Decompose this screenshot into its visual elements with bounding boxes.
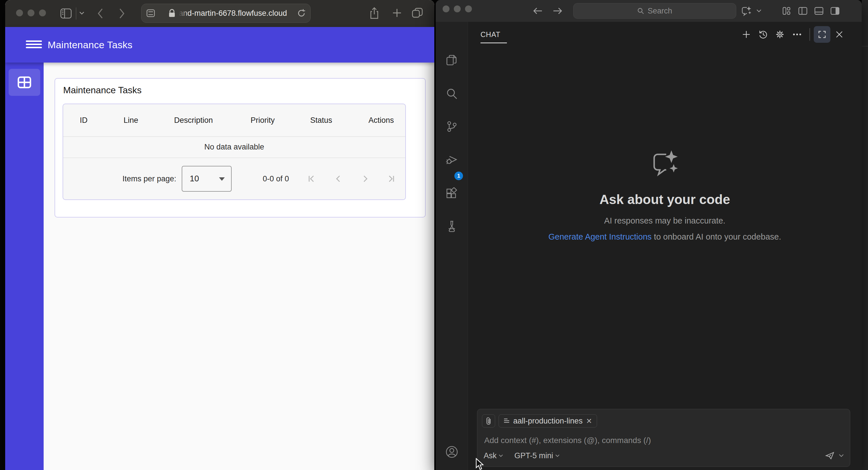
close-panel-icon[interactable]: [835, 30, 843, 38]
extensions-icon[interactable]: [446, 187, 458, 199]
traffic-light-zoom[interactable]: [465, 5, 472, 12]
traffic-light-close[interactable]: [443, 5, 450, 12]
app-sidebar-rail: [5, 63, 43, 470]
empty-table-message: No data available: [63, 136, 405, 157]
background-window-divider: [862, 46, 868, 46]
traffic-light-minimize[interactable]: [28, 9, 34, 17]
back-button[interactable]: [97, 8, 104, 19]
forward-button[interactable]: [118, 8, 125, 19]
send-options-chevron-icon[interactable]: [839, 454, 844, 457]
context-chip-row: aall-production-lines ✕: [482, 414, 597, 428]
tab-overview-icon[interactable]: [412, 7, 423, 19]
chat-sparkle-icon: [649, 148, 681, 180]
source-control-icon[interactable]: [446, 121, 458, 132]
page-size-value: 10: [190, 174, 199, 183]
card-title: Maintenance Tasks: [63, 85, 142, 96]
list-icon: [503, 418, 510, 424]
url-left-fade: [179, 7, 189, 19]
column-header-line[interactable]: Line: [123, 104, 138, 136]
mouse-cursor: [475, 458, 485, 470]
remove-context-icon[interactable]: ✕: [586, 417, 592, 425]
toggle-secondary-sidebar-icon[interactable]: [830, 7, 840, 15]
empty-state-title: Ask about your code: [468, 192, 862, 207]
sidebar-toggle-icon[interactable]: [60, 8, 72, 19]
url-text: and-martin-6678.flowfuse.cloud: [179, 9, 287, 18]
extensions-badge: 1: [454, 171, 463, 180]
vscode-window: Search: [436, 0, 862, 470]
titlebar-search[interactable]: Search: [573, 3, 736, 19]
chevron-down-icon: [555, 455, 559, 457]
column-header-description[interactable]: Description: [174, 104, 213, 136]
new-tab-icon[interactable]: [392, 8, 402, 18]
page-settings-icon[interactable]: [146, 9, 155, 18]
table-grid-icon: [17, 76, 32, 89]
share-icon[interactable]: [369, 7, 379, 20]
model-label: GPT-5 mini: [515, 451, 553, 460]
explorer-icon[interactable]: [446, 55, 458, 67]
search-placeholder: Search: [648, 7, 672, 15]
tab-chat[interactable]: CHAT: [480, 22, 500, 47]
app-header: Maintenance Tasks: [5, 27, 434, 63]
traffic-light-minimize[interactable]: [454, 5, 461, 12]
context-chip-label: aall-production-lines: [513, 417, 583, 426]
go-forward-icon[interactable]: [552, 0, 563, 22]
copilot-chat-icon[interactable]: [741, 6, 752, 16]
maximize-panel-button[interactable]: [814, 26, 830, 43]
page-size-select[interactable]: 10: [182, 166, 231, 192]
column-header-priority[interactable]: Priority: [251, 104, 275, 136]
chat-settings-gear-icon[interactable]: [775, 30, 784, 39]
more-actions-icon[interactable]: [793, 33, 801, 36]
chat-input-container: aall-production-lines ✕ Ask GPT-5 mini: [477, 409, 850, 467]
search-icon: [637, 7, 644, 14]
context-chip[interactable]: aall-production-lines ✕: [499, 414, 597, 428]
traffic-light-zoom[interactable]: [39, 9, 46, 17]
appbar-title: Maintenance Tasks: [48, 27, 133, 63]
address-bar[interactable]: and-martin-6678.flowfuse.cloud: [141, 4, 311, 23]
pagination-range: 0-0 of 0: [262, 174, 289, 183]
activity-bar: 1: [436, 22, 468, 470]
chat-input[interactable]: [484, 434, 786, 447]
testing-icon[interactable]: [446, 220, 458, 232]
traffic-light-close[interactable]: [16, 9, 23, 17]
new-chat-icon[interactable]: [742, 30, 751, 39]
last-page-button[interactable]: [386, 174, 396, 183]
sidebar-item-maintenance-tasks[interactable]: [9, 69, 40, 96]
chat-input-controls: Ask GPT-5 mini: [484, 449, 844, 462]
search-icon[interactable]: [446, 88, 458, 100]
hamburger-menu-icon[interactable]: [26, 40, 42, 49]
app-content: Maintenance Tasks ID Line Description Pr…: [43, 63, 434, 470]
link-suffix-text: to onboard AI onto your codebase.: [652, 232, 781, 241]
go-back-icon[interactable]: [533, 0, 543, 22]
mode-label: Ask: [484, 451, 497, 460]
mode-selector[interactable]: Ask: [484, 451, 503, 460]
send-button[interactable]: [825, 451, 834, 460]
chevron-down-icon[interactable]: [79, 11, 84, 15]
desktop: and-martin-6678.flowfuse.cloud: [0, 0, 868, 470]
next-page-button[interactable]: [361, 174, 370, 183]
chevron-down-icon[interactable]: [756, 9, 762, 12]
customize-layout-icon[interactable]: [782, 6, 791, 15]
column-header-status[interactable]: Status: [310, 104, 332, 136]
chevron-down-icon: [499, 455, 503, 457]
vscode-titlebar: Search: [436, 0, 862, 22]
column-header-id[interactable]: ID: [80, 104, 88, 136]
previous-page-button[interactable]: [334, 174, 343, 183]
attach-paperclip-icon[interactable]: [482, 414, 495, 428]
toggle-panel-icon[interactable]: [814, 7, 824, 15]
column-header-actions[interactable]: Actions: [369, 104, 394, 136]
empty-state-subtitle: AI responses may be inaccurate.: [468, 216, 862, 225]
first-page-button[interactable]: [307, 174, 316, 183]
table-pagination: Items per page: 10 0-0 of 0: [63, 158, 405, 199]
run-debug-icon[interactable]: [445, 154, 458, 165]
model-selector[interactable]: GPT-5 mini: [515, 451, 559, 460]
browser-toolbar: and-martin-6678.flowfuse.cloud: [5, 0, 434, 27]
generate-agent-instructions-link[interactable]: Generate Agent Instructions: [549, 232, 652, 241]
tasks-table: ID Line Description Priority Status Acti…: [63, 103, 406, 200]
toggle-primary-sidebar-icon[interactable]: [798, 7, 808, 15]
select-caret-icon: [219, 177, 225, 181]
chat-tab-row: CHAT: [468, 22, 862, 47]
chat-history-icon[interactable]: [758, 30, 768, 39]
account-icon[interactable]: [445, 446, 458, 458]
background-window-sliver: [862, 0, 868, 470]
reload-icon[interactable]: [297, 9, 306, 18]
